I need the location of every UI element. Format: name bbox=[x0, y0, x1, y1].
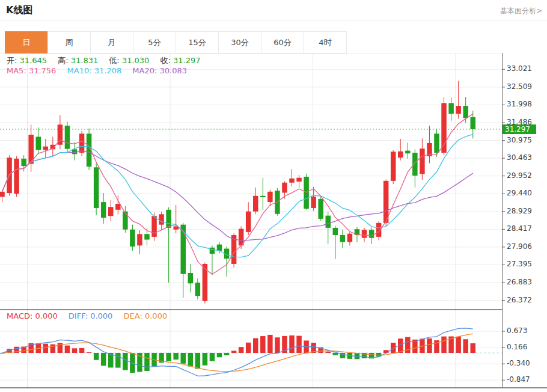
ma5-value: 31.756 bbox=[29, 66, 57, 75]
ma10-value: 31.208 bbox=[94, 66, 122, 75]
dea-value: 0.000 bbox=[145, 311, 167, 320]
ma10-label: MA10: bbox=[67, 66, 92, 75]
price-axis-label: 27.395 bbox=[507, 260, 545, 268]
price-axis-label: 32.509 bbox=[507, 82, 545, 91]
macd-value: 0.000 bbox=[35, 311, 58, 320]
macd-label: MACD: bbox=[7, 311, 32, 320]
open-label: 开: bbox=[7, 56, 17, 65]
open-value: 31.645 bbox=[20, 56, 47, 65]
low-value: 31.030 bbox=[122, 56, 150, 65]
kline-chart[interactable]: 开: 31.645 高: 31.831 低: 31.030 收: 31.297 … bbox=[0, 0, 547, 392]
last-price-badge: 31.297 bbox=[503, 124, 536, 134]
price-axis-label: 26.883 bbox=[507, 278, 545, 286]
ma-row: MA5: 31.756 MA10: 31.208 MA20: 30.083 bbox=[7, 66, 195, 75]
price-axis-label: 30.463 bbox=[507, 153, 545, 162]
ma5-label: MA5: bbox=[7, 66, 26, 75]
low-label: 低: bbox=[109, 56, 119, 65]
price-axis-label: 31.998 bbox=[507, 100, 545, 108]
price-axis-label: 29.952 bbox=[507, 171, 545, 180]
high-value: 31.831 bbox=[71, 56, 99, 65]
price-axis-label: 30.975 bbox=[507, 136, 545, 144]
price-axis-label: 26.372 bbox=[507, 296, 545, 304]
price-axis-label: 28.929 bbox=[507, 207, 545, 215]
ma20-label: MA20: bbox=[132, 66, 157, 75]
kline-widget: K线图 基本面分析> 日周月5分15分30分60分4时 开: 31.645 高:… bbox=[0, 0, 547, 392]
price-axis-label: 28.417 bbox=[507, 224, 545, 233]
close-value: 31.297 bbox=[173, 56, 201, 65]
price-axis-label: 33.021 bbox=[507, 64, 545, 73]
dea-label: DEA: bbox=[124, 311, 142, 320]
ohlc-row: 开: 31.645 高: 31.831 低: 31.030 收: 31.297 bbox=[7, 55, 209, 66]
close-label: 收: bbox=[160, 56, 171, 65]
macd-axis-label: 0.166 bbox=[507, 343, 545, 351]
diff-value: 0.000 bbox=[90, 311, 112, 320]
macd-row: MACD: 0.000 DIFF: 0.000 DEA: 0.000 bbox=[7, 311, 176, 320]
high-label: 高: bbox=[58, 56, 68, 65]
macd-axis-label: -0.847 bbox=[507, 375, 545, 384]
macd-axis-label: 0.673 bbox=[507, 326, 545, 335]
price-axis-label: 29.440 bbox=[507, 189, 545, 197]
diff-label: DIFF: bbox=[69, 311, 88, 320]
macd-axis-label: -0.340 bbox=[507, 359, 545, 367]
price-axis-label: 27.906 bbox=[507, 242, 545, 251]
ma20-value: 30.083 bbox=[160, 66, 188, 75]
